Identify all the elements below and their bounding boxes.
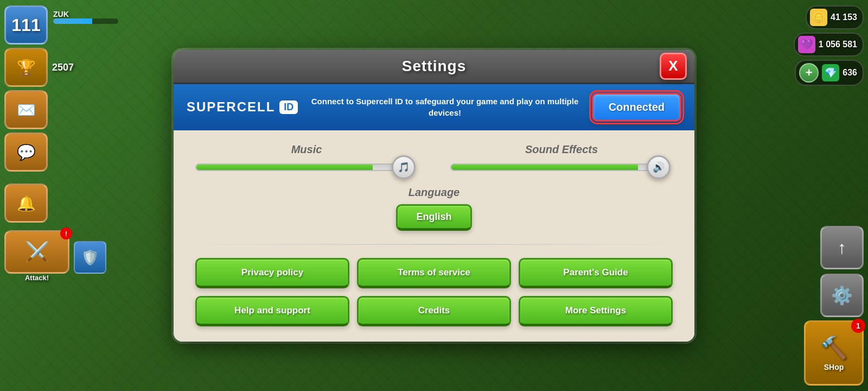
dialog-overlay: Settings X SUPERCELL ID Connect to Super… bbox=[0, 0, 868, 391]
help-and-support-button[interactable]: Help and support bbox=[195, 296, 349, 326]
sound-effects-label: Sound Effects bbox=[525, 143, 598, 156]
supercell-banner: SUPERCELL ID Connect to Supercell ID to … bbox=[174, 84, 694, 130]
music-slider-track[interactable]: 🎵 bbox=[195, 163, 405, 171]
settings-dialog: Settings X SUPERCELL ID Connect to Super… bbox=[174, 50, 694, 342]
supercell-id-badge: ID bbox=[279, 100, 298, 114]
language-label: Language bbox=[409, 186, 459, 199]
parents-guide-button[interactable]: Parent's Guide bbox=[519, 258, 673, 288]
bottom-buttons: Privacy policy Terms of service Parent's… bbox=[195, 258, 673, 326]
music-slider-thumb[interactable]: 🎵 bbox=[392, 155, 416, 179]
supercell-description: Connect to Supercell ID to safeguard you… bbox=[309, 96, 580, 118]
connected-button[interactable]: Connected bbox=[592, 93, 681, 122]
sound-effects-slider-group: Sound Effects 🔊 bbox=[450, 143, 673, 171]
sliders-section: Music 🎵 Sound Effects 🔊 bbox=[195, 143, 673, 171]
divider bbox=[195, 244, 673, 245]
more-settings-button[interactable]: More Settings bbox=[519, 296, 673, 326]
dialog-header: Settings X bbox=[174, 50, 694, 84]
music-slider-group: Music 🎵 bbox=[195, 143, 418, 171]
music-label: Music bbox=[291, 143, 322, 156]
privacy-policy-button[interactable]: Privacy policy bbox=[195, 258, 349, 288]
music-slider-fill bbox=[196, 165, 373, 170]
language-button[interactable]: English bbox=[396, 204, 472, 231]
terms-of-service-button[interactable]: Terms of service bbox=[357, 258, 511, 288]
supercell-brand: SUPERCELL bbox=[187, 99, 275, 115]
language-section: Language English bbox=[195, 186, 673, 231]
dialog-title: Settings bbox=[402, 58, 466, 75]
close-button[interactable]: X bbox=[660, 53, 687, 80]
sound-effects-slider-thumb[interactable]: 🔊 bbox=[647, 155, 671, 179]
dialog-body: Music 🎵 Sound Effects 🔊 bbox=[174, 130, 694, 342]
sound-effects-slider-fill bbox=[451, 165, 638, 170]
sound-effects-slider-track[interactable]: 🔊 bbox=[450, 163, 660, 171]
supercell-logo: SUPERCELL ID bbox=[187, 99, 298, 115]
credits-button[interactable]: Credits bbox=[357, 296, 511, 326]
